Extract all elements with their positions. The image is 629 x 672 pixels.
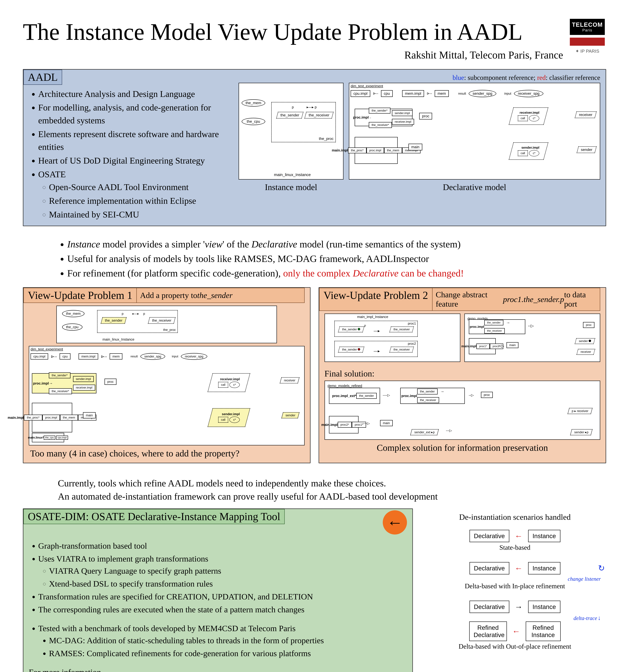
legend-blue: blue (452, 74, 464, 81)
s3-caption: Delta-based with Out-of-place refinement (428, 643, 602, 650)
telecom-logo-sub: Paris (582, 28, 592, 32)
arrow-icon: → (515, 602, 523, 611)
conclusion-l1: Currently, tools which refine AADL model… (58, 477, 571, 490)
s1-inst: Instance (528, 530, 560, 542)
sender-spg-node: sender_spg (469, 90, 496, 97)
vup2-final-diagram: demo_models_refined proc.impl_ext* the_s… (325, 381, 600, 440)
main-box: main (409, 144, 422, 150)
aadl-heading: AADL (23, 70, 62, 85)
osate-b3: Transformation rules are specified for C… (38, 591, 407, 603)
osate-sb2: Xtend-based DSL to specify transformatio… (49, 578, 407, 590)
final-solution-heading: Final solution: (325, 369, 600, 379)
proc-impl-label: proc.impl (353, 115, 369, 119)
v1-proc-impl-hl: proc.impl the_sender* → the_receiver* se… (32, 373, 96, 393)
receiver-impl-box2: receiver.impl (392, 119, 414, 125)
v2-receiver: p ▸ receiver (567, 408, 592, 414)
vup1-instance-diagram: the_mem the_cpu the_sender the_receiver … (56, 306, 277, 343)
v1-sender-hl: sender (281, 412, 300, 418)
declarative-model-wrap: dim_test_experiment cpu.impl ⊳-- cpu mem… (349, 83, 600, 192)
v1-sender-impl-group-hl: sender.impl call c* (208, 408, 250, 427)
proc-impl-box2: proc.impl (367, 147, 384, 153)
s3-ref-inst: Refined Instance (526, 622, 561, 641)
aadl-panel: AADL Architecture Analysis and Design La… (23, 69, 606, 226)
v1-the-sender-hl2: the_sender* (49, 373, 70, 378)
v1-the-receiver: the_receiver (148, 317, 176, 324)
mem-box: mem (435, 90, 449, 97)
v2-proc-impl-ext: proc.impl_ext* the_sender (329, 388, 380, 404)
mid-summary: Instance model provides a simpler 'view'… (23, 230, 606, 287)
main-impl-label: main.impl (332, 148, 348, 152)
arrow-icon: ← (512, 627, 520, 636)
page-title: The Instance Model View Update Problem i… (23, 19, 568, 45)
v2-sender-ext: sender_ext ▸p (410, 429, 439, 435)
the-proc-box2: the_proc* (348, 147, 366, 153)
main-impl-group: main.impl the_proc* proc.impl the_mem me… (355, 137, 398, 164)
aadl-bullets: Architecture Analysis and Design Languag… (29, 88, 231, 221)
v1-the-cpu: the_cpu (62, 323, 83, 331)
osate-bullets-2: Tested with a benchmark of tools develop… (29, 622, 407, 659)
aadl-b1: Architecture Analysis and Design Languag… (38, 88, 231, 100)
vup2-top-diagrams: main_impl_Instance proc1 the_sender p —▸… (325, 314, 600, 365)
p-label-l: p (292, 105, 294, 109)
conclusion-l2: An automated de-instantiation framework … (58, 490, 571, 503)
v2-proc1-box: proc1 the_sender p —▸ the_receiver (334, 321, 418, 337)
proc-impl-group: proc.impl the_sender* → the_receiver* se… (355, 109, 413, 126)
v2-proc-impl: proc.impl the_sender→the_receiver (400, 388, 465, 404)
instance-model-wrap: the_mem the_cpu the_proc the_sender the_… (239, 83, 344, 192)
osate-dim-panel: OSATE-DIM: OSATE Declarative-Instance Ma… (23, 508, 413, 672)
cpu-impl-box: cpu.impl (351, 90, 370, 97)
aadl-b3: Elements represent discrete software and… (38, 128, 231, 153)
the-proc-label: the_proc (319, 137, 333, 141)
aadl-b4: Heart of US DoD Digital Engineering Stra… (38, 154, 231, 167)
receiver-box: receiver (575, 112, 597, 118)
osate-sb1: VIATRA Query Language to specify graph p… (49, 565, 407, 577)
the-sender-box: the_sender* (369, 107, 390, 114)
vup2-sub: Change abstract feature proc1.the_sender… (433, 288, 600, 311)
telecom-logo: TELECOM Paris (570, 19, 605, 35)
osate-b5: Tested with a benchmark of tools develop… (38, 622, 407, 659)
v1-the-sender-hl: the_sender (100, 317, 126, 324)
osate-b2: Uses VIATRA to implement graph transform… (38, 553, 407, 590)
instance-caption: Instance model (239, 182, 344, 192)
s1-caption: State-based (428, 544, 602, 551)
more-info-heading: For more information (29, 667, 407, 672)
the-mem-node: the_mem (242, 99, 265, 106)
the-sender-node: the_sender (276, 112, 304, 119)
vup1-footer: Too many (4 in case) choices, where to a… (29, 448, 305, 459)
mid-b1: Instance model provides a simpler 'view'… (67, 237, 573, 251)
v1-proc-box: the_sender the_receiver the_proc p ▸—▸ p (97, 310, 178, 333)
osate-b1: Graph-transformation based tool (38, 540, 407, 552)
vup1-panel: View-Update Problem 1 Add a property to … (23, 287, 310, 463)
the-cpu-node: the_cpu (242, 118, 265, 125)
scenarios-title: De-instantiation scenarios handled (428, 512, 602, 522)
declarative-caption: Declarative model (349, 182, 600, 192)
receiver-impl-group: receiver.impl call c* (509, 107, 549, 125)
sender-impl-box: sender.impl (392, 110, 413, 116)
vup2-declarative-diagram: demo_models proc.impl the_sender→the_rec… (464, 314, 600, 362)
legend-post: : classifier reference (546, 74, 600, 81)
aadl-b2: For modelling, analysis, and code-genera… (38, 101, 231, 127)
v1-receiver-impl: receiver.impl call c* (208, 373, 250, 392)
sender-box: sender (577, 146, 597, 153)
v2-sender: sender ▸p (570, 429, 592, 435)
author-line: Rakshit Mittal, Telecom Paris, France (23, 49, 568, 61)
aadl-text-column: AADL Architecture Analysis and Design La… (29, 74, 231, 222)
osate-logo-icon: ← (383, 510, 407, 534)
vup1-declarative-diagram: dim_test_experiment cpu.impl⊳-- cpu mem.… (29, 346, 305, 446)
proc-box: proc (419, 113, 432, 119)
mem-impl-box: mem.impl (402, 90, 424, 97)
ip-paris-logo: ✦ IP PARIS (575, 48, 599, 54)
v1-sender-impl-hl: sender.impl (73, 376, 94, 382)
v1-main-impl: main.impl the_proc* proc.impl the_mem me… (32, 403, 72, 432)
s2-decl: Declarative (469, 562, 509, 574)
v1-main-linux: main.linux* the_cpucpu.impl (32, 433, 64, 442)
vup2-heading: View-Update Problem 2 (319, 288, 433, 311)
osate-sb4: RAMSES: Complicated refinements for code… (49, 647, 407, 659)
title-block: The Instance Model View Update Problem i… (23, 19, 568, 61)
the-mem-box2: the_mem (384, 147, 402, 153)
the-proc-box: the_proc the_sender the_receiver p ▸—▸ p (271, 102, 336, 142)
vup2-panel: View-Update Problem 2 Change abstract fe… (319, 287, 606, 463)
cpu-box: cpu (381, 90, 393, 97)
osate-b4: The corresponding rules are executed whe… (38, 604, 407, 616)
instance-model-diagram: the_mem the_cpu the_proc the_sender the_… (239, 83, 344, 179)
